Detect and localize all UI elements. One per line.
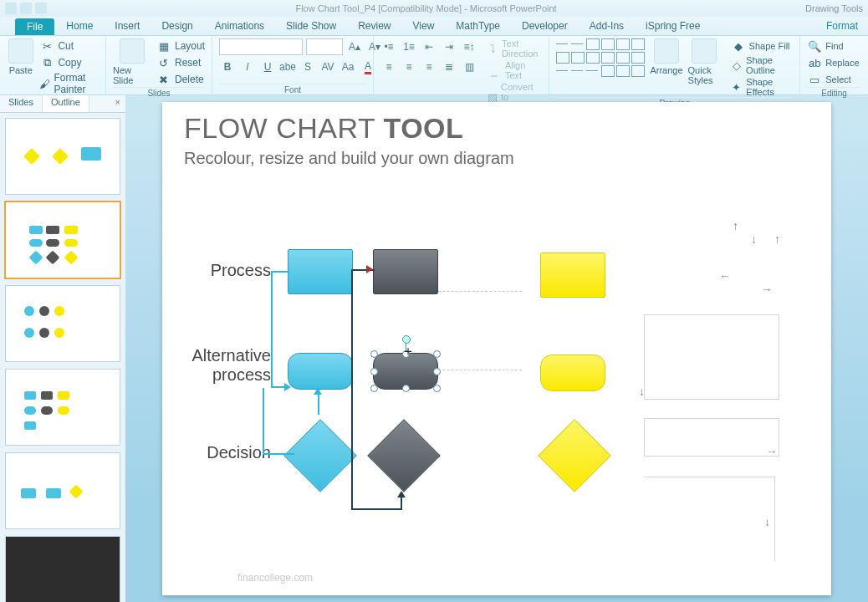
shape-fill-button[interactable]: ◆Shape Fill [731,38,794,54]
arrange-button[interactable]: Arrange [650,38,682,75]
quick-styles-button[interactable]: Quick Styles [688,38,721,85]
slide-canvas[interactable]: FLOW CHART TOOL Recolour, resize and bui… [162,102,831,595]
underline-button[interactable]: U [259,59,276,75]
tab-developer[interactable]: Developer [512,18,578,35]
tab-addins[interactable]: Add-Ins [580,18,634,35]
connector-cyan-v1[interactable] [271,271,273,388]
align-left-button[interactable]: ≡ [380,59,397,75]
align-right-button[interactable]: ≡ [421,59,437,75]
shadow-button[interactable]: S [299,59,316,75]
panel-tab-slides[interactable]: Slides [0,95,43,112]
spacing-button[interactable]: AV [319,59,336,75]
resize-handle[interactable] [433,350,441,358]
reset-button[interactable]: ↺Reset [156,55,205,70]
thumb-1[interactable] [5,118,120,195]
shape-outline-button[interactable]: ◇Shape Outline [731,55,794,75]
connector-cyan-h1[interactable] [271,271,289,273]
quick-access-toolbar[interactable] [5,3,47,14]
resize-handle[interactable] [370,350,378,358]
find-button[interactable]: 🔍Find [807,38,859,54]
text-direction-button[interactable]: ⤵Text Direction [488,38,542,59]
decision-cyan[interactable] [283,419,357,492]
slide-title[interactable]: FLOW CHART TOOL [184,112,463,145]
italic-button[interactable]: I [239,59,256,75]
font-name-combo[interactable] [219,38,303,55]
resize-handle[interactable] [370,385,378,392]
indent-dec-button[interactable]: ⇤ [421,38,437,55]
strike-button[interactable]: abe [279,59,296,75]
resize-handle[interactable] [370,368,378,375]
tab-review[interactable]: Review [348,18,401,35]
tab-view[interactable]: View [403,18,445,35]
thumb-6[interactable] [5,536,120,602]
connector-cyan-v2[interactable] [263,388,264,455]
qat-save-icon[interactable] [5,3,17,14]
thumb-2[interactable] [5,202,120,278]
tab-ispring[interactable]: iSpring Free [636,18,710,35]
shapes-gallery[interactable] [556,38,645,77]
process-dark[interactable] [373,249,438,294]
paste-button[interactable]: Paste [7,38,34,75]
linespacing-button[interactable]: ≡↕ [461,38,477,55]
resize-handle[interactable] [402,385,410,392]
align-text-button[interactable]: ⎯Align Text [488,60,542,80]
indent-inc-button[interactable]: ⇥ [441,38,457,55]
qat-undo-icon[interactable] [20,3,32,14]
guide-box-1[interactable] [644,314,779,400]
guide-box-2[interactable] [644,418,779,457]
thumb-5[interactable] [5,452,120,529]
panel-tab-outline[interactable]: Outline [43,95,89,112]
altprocess-yellow[interactable] [540,355,605,391]
justify-button[interactable]: ≣ [441,59,457,75]
tab-format[interactable]: Format [816,18,868,35]
copy-button[interactable]: ⧉Copy [39,55,99,70]
resize-handle[interactable] [433,385,441,392]
group-slides: New Slide ▦Layout ↺Reset ✖Delete Slides [106,36,212,97]
slide-subtitle[interactable]: Recolour, resize and build your own diag… [184,149,514,168]
tab-file[interactable]: File [15,18,54,35]
thumb-4[interactable] [5,369,120,446]
select-button[interactable]: ▭Select [807,72,859,87]
tab-slideshow[interactable]: Slide Show [276,18,346,35]
panel-close-icon[interactable]: × [110,95,125,112]
format-painter-button[interactable]: 🖌Format Painter [39,72,99,95]
outline-icon: ◇ [731,58,743,73]
bold-button[interactable]: B [219,59,236,75]
decision-dark[interactable] [367,419,441,492]
altprocess-cyan[interactable] [288,353,353,390]
label-alternative[interactable]: Alternative process [179,346,271,385]
shape-effects-button[interactable]: ✦Shape Effects [731,77,794,97]
connector-dark-v2[interactable] [401,497,402,510]
connector-dark-v1[interactable] [351,269,353,510]
process-yellow[interactable] [540,253,605,298]
layout-button[interactable]: ▦Layout [156,38,205,54]
align-center-button[interactable]: ≡ [401,59,417,75]
group-drawing: Arrange Quick Styles ◆Shape Fill ◇Shape … [549,36,800,97]
numbering-button[interactable]: 1≡ [401,38,417,55]
label-process[interactable]: Process [179,261,271,280]
columns-button[interactable]: ▥ [461,59,477,75]
cut-button[interactable]: ✂Cut [39,38,99,54]
tab-design[interactable]: Design [151,18,202,35]
slide-thumbnails[interactable] [0,113,125,602]
slide-stage[interactable]: FLOW CHART TOOL Recolour, resize and bui… [125,95,868,602]
font-size-combo[interactable] [306,38,343,55]
decision-yellow[interactable] [538,419,611,492]
connector-cyan-h3[interactable] [263,453,294,455]
tab-mathtype[interactable]: MathType [446,18,510,35]
thumb-3[interactable] [5,285,120,362]
process-cyan[interactable] [288,249,353,294]
qat-redo-icon[interactable] [35,3,47,14]
replace-button[interactable]: abReplace [807,55,859,70]
delete-button[interactable]: ✖Delete [156,72,205,87]
tab-animations[interactable]: Animations [205,18,274,35]
tab-insert[interactable]: Insert [105,18,150,35]
grow-font-icon[interactable]: A▴ [346,38,363,55]
bullets-button[interactable]: •≡ [380,38,397,55]
new-slide-button[interactable]: New Slide [113,38,151,85]
connector-dark-h2[interactable] [351,508,401,510]
guide-box-3[interactable] [644,477,775,561]
changecase-button[interactable]: Aa [340,59,356,75]
tab-home[interactable]: Home [56,18,103,35]
label-decision[interactable]: Decision [179,443,271,462]
